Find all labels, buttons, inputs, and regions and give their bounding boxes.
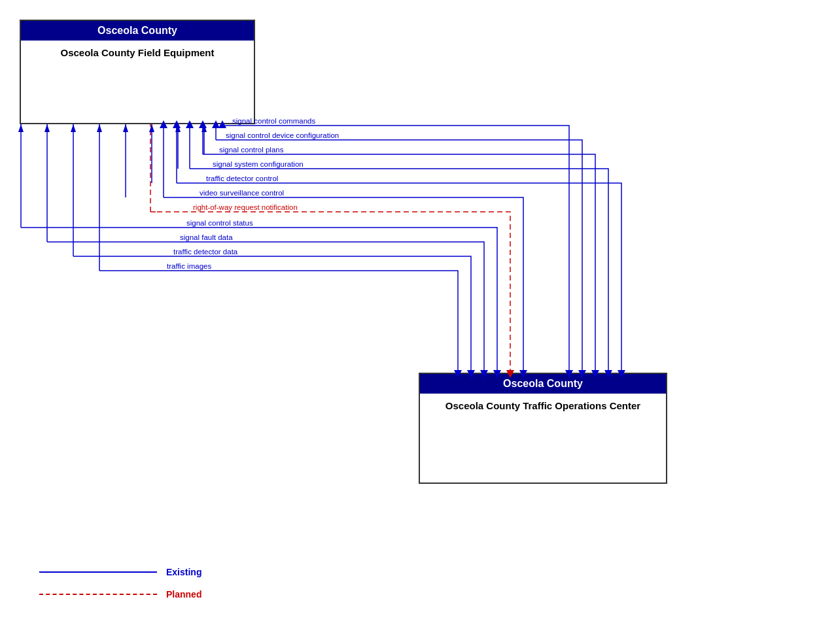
legend: Existing Planned bbox=[39, 567, 201, 611]
svg-marker-18 bbox=[18, 124, 24, 132]
label-signal-fault-data: signal fault data bbox=[180, 233, 233, 241]
svg-marker-23 bbox=[149, 124, 154, 132]
field-equipment-header: Osceola County bbox=[21, 21, 254, 41]
svg-marker-24 bbox=[175, 124, 181, 132]
svg-marker-25 bbox=[201, 124, 207, 132]
label-signal-control-status: signal control status bbox=[186, 219, 253, 227]
label-signal-system-config: signal system configuration bbox=[213, 160, 304, 168]
svg-marker-19 bbox=[44, 124, 50, 132]
legend-existing-line bbox=[39, 571, 157, 573]
legend-existing: Existing bbox=[39, 567, 201, 577]
toc-title: Osceola County Traffic Operations Center bbox=[420, 394, 666, 418]
label-traffic-images: traffic images bbox=[167, 262, 211, 270]
svg-marker-21 bbox=[97, 124, 102, 132]
toc-header: Osceola County bbox=[420, 374, 666, 394]
label-video-surveillance-control: video surveillance control bbox=[200, 189, 284, 197]
legend-planned: Planned bbox=[39, 589, 201, 600]
label-signal-control-commands: signal control commands bbox=[232, 117, 315, 125]
label-traffic-detector-control: traffic detector control bbox=[206, 175, 278, 182]
label-signal-control-plans: signal control plans bbox=[219, 146, 283, 154]
diagram-container: Osceola County Osceola County Field Equi… bbox=[0, 0, 819, 644]
label-traffic-detector-data: traffic detector data bbox=[173, 248, 237, 256]
legend-planned-label: Planned bbox=[166, 589, 201, 600]
label-right-of-way: right-of-way request notification bbox=[193, 203, 298, 211]
toc-box: Osceola County Osceola County Traffic Op… bbox=[419, 373, 667, 484]
legend-planned-line bbox=[39, 594, 157, 595]
field-equipment-title: Osceola County Field Equipment bbox=[21, 41, 254, 65]
svg-marker-22 bbox=[123, 124, 128, 132]
svg-marker-20 bbox=[71, 124, 76, 132]
field-equipment-box: Osceola County Osceola County Field Equi… bbox=[20, 20, 255, 124]
label-signal-control-device-config: signal control device configuration bbox=[226, 131, 339, 139]
legend-existing-label: Existing bbox=[166, 567, 201, 577]
